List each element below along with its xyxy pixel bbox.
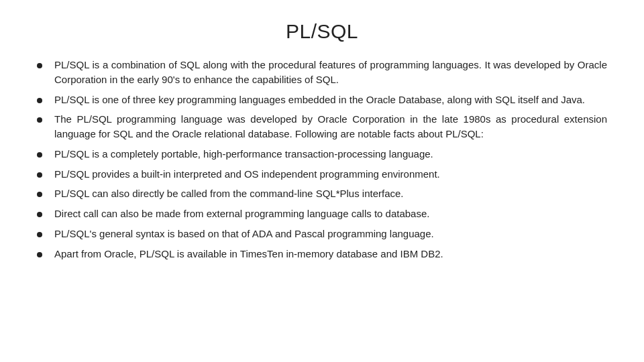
list-item: PL/SQL is a completely portable, high-pe… xyxy=(37,147,607,162)
bullet-text: Direct call can also be made from extern… xyxy=(54,206,607,221)
list-item: PL/SQL's general syntax is based on that… xyxy=(37,227,607,241)
page-title: PL/SQL xyxy=(37,20,607,43)
bullet-icon xyxy=(37,93,52,107)
list-item: PL/SQL is one of three key programming l… xyxy=(37,93,607,107)
bullet-icon xyxy=(37,186,52,201)
list-item: Apart from Oracle, PL/SQL is available i… xyxy=(37,247,607,261)
bullet-text: The PL/SQL programming language was deve… xyxy=(54,112,607,141)
bullet-list: PL/SQL is a combination of SQL along wit… xyxy=(37,58,607,261)
bullet-text: PL/SQL provides a built-in interpreted a… xyxy=(54,167,607,182)
bullet-icon xyxy=(37,227,52,241)
list-item: PL/SQL can also directly be called from … xyxy=(37,186,607,201)
bullet-text: Apart from Oracle, PL/SQL is available i… xyxy=(54,247,607,261)
bullet-icon xyxy=(37,247,52,261)
bullet-text: PL/SQL can also directly be called from … xyxy=(54,186,607,201)
bullet-icon xyxy=(37,112,52,127)
content-area: PL/SQL is a combination of SQL along wit… xyxy=(37,58,607,342)
list-item: Direct call can also be made from extern… xyxy=(37,206,607,221)
page: PL/SQL PL/SQL is a combination of SQL al… xyxy=(0,0,644,362)
bullet-icon xyxy=(37,58,52,72)
bullet-text: PL/SQL's general syntax is based on that… xyxy=(54,227,607,241)
bullet-text: PL/SQL is one of three key programming l… xyxy=(54,93,607,107)
bullet-icon xyxy=(37,147,52,162)
list-item: The PL/SQL programming language was deve… xyxy=(37,112,607,141)
list-item: PL/SQL is a combination of SQL along wit… xyxy=(37,58,607,87)
list-item: PL/SQL provides a built-in interpreted a… xyxy=(37,167,607,182)
bullet-icon xyxy=(37,206,52,221)
bullet-text: PL/SQL is a completely portable, high-pe… xyxy=(54,147,607,162)
bullet-icon xyxy=(37,167,52,182)
bullet-text: PL/SQL is a combination of SQL along wit… xyxy=(54,58,607,87)
